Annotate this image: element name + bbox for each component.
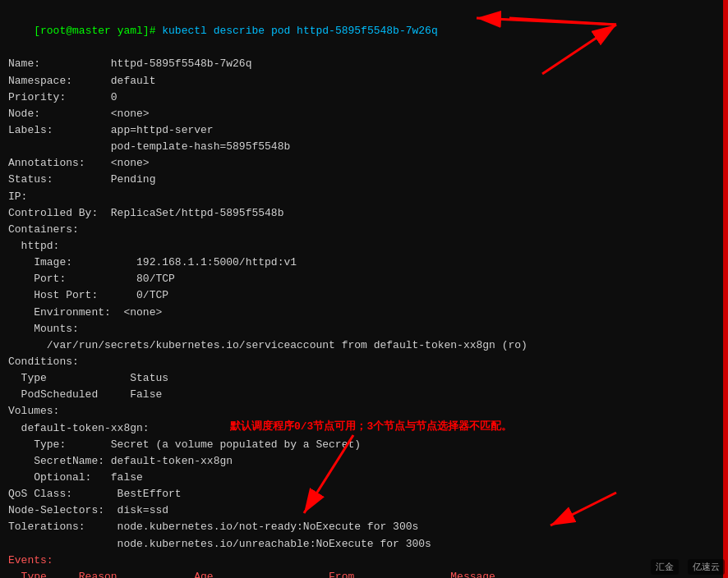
prompt-user: [root@master yaml]# [34,25,155,37]
output-line-26: Optional: false [8,470,720,486]
output-line-20: Type Status [8,370,720,387]
output-line-22: Volumes: [8,403,720,420]
output-line-7: Annotations: <none> [8,155,720,172]
output-line-13: Image: 192.168.1.1:5000/httpd:v1 [8,255,720,271]
output-line-25: SecretName: default-token-xx8gn [8,453,720,470]
terminal: [root@master yaml]# kubectl describe pod… [0,0,728,578]
output-line-6: pod-template-hash=5895f5548b [8,139,720,155]
output-line-1: Name: httpd-5895f5548b-7w26q [8,56,720,72]
output-line-30: node.kubernetes.io/unreachable:NoExecute… [8,536,720,553]
output-line-21: PodScheduled False [8,387,720,403]
output-line-4: Node: <none> [8,106,720,122]
output-line-9: IP: [8,189,720,205]
output-line-8: Status: Pending [8,172,720,188]
prompt-line: [root@master yaml]# kubectl describe pod… [8,7,720,56]
output-line-11: Containers: [8,222,720,238]
output-line-2: Namespace: default [8,73,720,89]
output-line-28: Node-Selectors: disk=ssd [8,502,720,519]
output-line-23: default-token-xx8gn: [8,420,720,437]
output-line-29: Tolerations: node.kubernetes.io/not-read… [8,519,720,535]
events-cols: Type Reason Age From Message [8,569,720,578]
output-line-12: httpd: [8,238,720,255]
watermark-brand: 汇金 [651,559,679,575]
output-line-5: Labels: app=httpd-server [8,122,720,139]
output-line-27: QoS Class: BestEffort [8,486,720,502]
output-line-15: Host Port: 0/TCP [8,287,720,304]
output-line-16: Environment: <none> [8,305,720,321]
output-line-18: /var/run/secrets/kubernetes.io/serviceac… [8,337,720,354]
watermark-site: 亿速云 [688,559,725,575]
output-line-17: Mounts: [8,321,720,337]
output-line-3: Priority: 0 [8,89,720,106]
output-line-19: Conditions: [8,354,720,370]
events-header: Events: [8,553,720,569]
command-text: kubectl describe pod httpd-5895f5548b-7w… [155,25,437,37]
output-line-10: Controlled By: ReplicaSet/httpd-5895f554… [8,205,720,222]
output-line-14: Port: 80/TCP [8,271,720,287]
right-bar [723,0,728,578]
output-line-24: Type: Secret (a volume populated by a Se… [8,437,720,453]
